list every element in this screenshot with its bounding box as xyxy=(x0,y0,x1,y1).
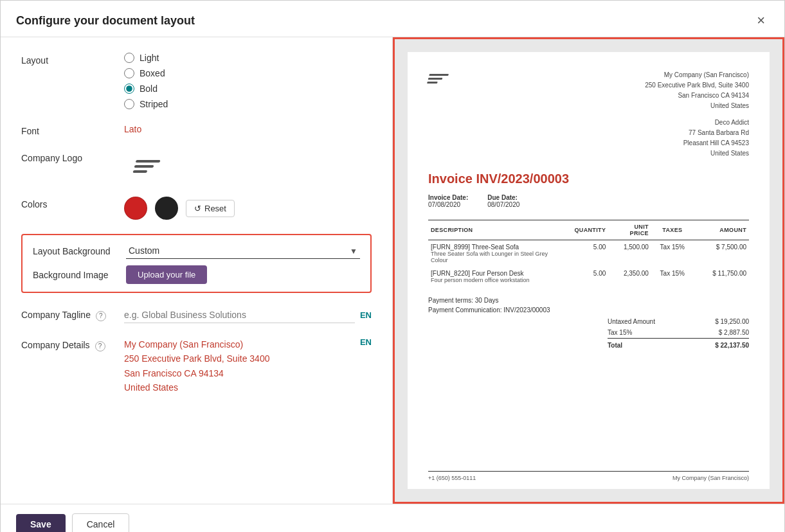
item-1-amount: $ 7,500.00 xyxy=(694,240,749,267)
upload-file-button[interactable]: Upload your file xyxy=(126,265,207,284)
close-button[interactable]: × xyxy=(753,12,769,29)
table-row: [FURN_8999] Three-Seat Sofa Three Seater… xyxy=(428,240,749,267)
company-tagline-control: EN xyxy=(124,307,372,323)
layout-row: Layout Light Boxed Bold xyxy=(21,53,372,109)
company-details-help-icon[interactable]: ? xyxy=(95,341,105,351)
item-1-price: 1,500.00 xyxy=(608,240,651,267)
layout-option-bold-label: Bold xyxy=(140,84,158,94)
company-logo-label: Company Logo xyxy=(21,150,124,163)
company-tagline-input[interactable] xyxy=(124,307,355,323)
invoice-company-info: My Company (San Francisco) 250 Executive… xyxy=(645,70,749,111)
company-details-text[interactable]: My Company (San Francisco) 250 Executive… xyxy=(124,337,355,395)
summary-tax-value: $ 2,887.50 xyxy=(719,329,749,336)
tagline-lang-badge: EN xyxy=(360,310,372,320)
company-details-row: Company Details ? My Company (San Franci… xyxy=(21,337,372,395)
layout-option-striped-label: Striped xyxy=(140,99,168,109)
layout-background-row: Layout Background None Custom Geometric … xyxy=(33,243,360,259)
logo-line-2 xyxy=(134,165,154,168)
item-2-qty: 5.00 xyxy=(557,267,609,287)
company-tagline-help-icon[interactable]: ? xyxy=(96,311,106,321)
payment-terms: Payment terms: 30 Days xyxy=(428,297,749,304)
inv-logo-line-2 xyxy=(428,78,443,80)
background-image-row: Background Image Upload your file xyxy=(33,265,360,284)
summary-tax-row: Tax 15% $ 2,887.50 xyxy=(608,327,749,338)
layout-radio-boxed[interactable] xyxy=(124,68,134,78)
layout-option-boxed-label: Boxed xyxy=(140,68,165,78)
primary-color-swatch[interactable] xyxy=(124,197,147,220)
invoice-company-name: My Company (San Francisco) xyxy=(664,71,749,78)
invoice-to-info: Deco Addict 77 Santa Barbara Rd Pleasant… xyxy=(683,118,749,159)
invoice-title: Invoice INV/2023/00003 xyxy=(428,172,749,186)
invoice-company-country: United States xyxy=(710,102,749,109)
invoice-summary: Untaxed Amount $ 19,250.00 Tax 15% $ 2,8… xyxy=(608,316,749,351)
layout-label: Layout xyxy=(21,53,124,66)
reset-icon: ↺ xyxy=(194,204,201,213)
logo-line-3 xyxy=(132,170,147,173)
table-row: [FURN_8220] Four Person Desk Four person… xyxy=(428,267,749,287)
layout-option-striped[interactable]: Striped xyxy=(124,99,372,109)
invoice-preview: My Company (San Francisco) 250 Executive… xyxy=(408,52,770,489)
layout-radio-striped[interactable] xyxy=(124,99,134,109)
layout-radio-bold[interactable] xyxy=(124,84,134,94)
inv-logo-line-3 xyxy=(427,82,438,84)
invoice-dates: Invoice Date: 07/08/2020 Due Date: 08/07… xyxy=(428,194,749,208)
colors-label: Colors xyxy=(21,197,124,209)
item-2-name: [FURN_8220] Four Person Desk xyxy=(431,270,554,277)
item-2-price: 2,350.00 xyxy=(608,267,651,287)
summary-total-row: Total $ 22,137.50 xyxy=(608,338,749,351)
secondary-color-swatch[interactable] xyxy=(155,197,178,220)
cancel-button[interactable]: Cancel xyxy=(72,513,130,532)
invoice-date-value: 07/08/2020 xyxy=(428,201,460,208)
item-2-amount: $ 11,750.00 xyxy=(694,267,749,287)
col-description: DESCRIPTION xyxy=(428,220,557,240)
font-value: Lato xyxy=(124,121,141,134)
invoice-logo xyxy=(428,70,447,159)
invoice-top: My Company (San Francisco) 250 Executive… xyxy=(428,70,749,159)
colors-controls: ↺ Reset xyxy=(124,197,372,220)
invoice-company-address1: 250 Executive Park Blvd, Suite 3400 xyxy=(645,82,749,89)
layout-option-boxed[interactable]: Boxed xyxy=(124,68,372,78)
item-2-taxes: Tax 15% xyxy=(651,267,694,287)
item-1-qty: 5.00 xyxy=(557,240,609,267)
invoice-date-block: Invoice Date: 07/08/2020 xyxy=(428,194,468,208)
summary-total-label: Total xyxy=(608,342,622,349)
layout-radio-light[interactable] xyxy=(124,53,134,63)
save-button[interactable]: Save xyxy=(16,514,66,532)
invoice-client-address1: 77 Santa Barbara Rd xyxy=(689,129,749,136)
due-date-value: 08/07/2020 xyxy=(487,201,519,208)
layout-option-bold[interactable]: Bold xyxy=(124,84,372,94)
reset-colors-button[interactable]: ↺ Reset xyxy=(186,200,235,217)
company-details-control: My Company (San Francisco) 250 Executive… xyxy=(124,337,372,395)
layout-option-light[interactable]: Light xyxy=(124,53,372,63)
configure-layout-dialog: Configure your document layout × Layout … xyxy=(0,0,785,532)
summary-untaxed-value: $ 19,250.00 xyxy=(715,318,749,325)
footer-phone: +1 (650) 555-0111 xyxy=(428,475,476,481)
item-1-subdesc: Three Seater Sofa with Lounger in Steel … xyxy=(431,251,554,263)
col-unit-price: UNITPRICE xyxy=(608,220,651,240)
details-lang-badge: EN xyxy=(360,337,372,347)
invoice-client-name: Deco Addict xyxy=(715,119,749,126)
item-1-name: [FURN_8999] Three-Seat Sofa xyxy=(431,244,554,251)
font-row: Font Lato xyxy=(21,123,372,136)
logo-icon xyxy=(132,160,160,173)
highlighted-background-section: Layout Background None Custom Geometric … xyxy=(21,234,372,293)
layout-background-label: Layout Background xyxy=(33,246,126,256)
summary-untaxed-label: Untaxed Amount xyxy=(608,318,655,325)
item-1-desc: [FURN_8999] Three-Seat Sofa Three Seater… xyxy=(428,240,557,267)
company-tagline-row: Company Tagline ? EN xyxy=(21,307,372,323)
dialog-footer: Save Cancel xyxy=(1,504,784,532)
summary-untaxed-row: Untaxed Amount $ 19,250.00 xyxy=(608,316,749,327)
col-amount: AMOUNT xyxy=(694,220,749,240)
invoice-table: DESCRIPTION QUANTITY UNITPRICE TAXES AMO… xyxy=(428,220,749,287)
col-quantity: QUANTITY xyxy=(557,220,609,240)
item-1-taxes: Tax 15% xyxy=(651,240,694,267)
layout-background-select-wrapper: None Custom Geometric Wave ▼ xyxy=(126,243,360,259)
company-details-label: Company Details ? xyxy=(21,337,124,351)
company-logo-image[interactable] xyxy=(124,150,169,182)
inv-logo-line-1 xyxy=(429,74,449,76)
company-logo-row: Company Logo xyxy=(21,150,372,182)
background-image-label: Background Image xyxy=(33,270,126,280)
company-tagline-label: Company Tagline ? xyxy=(21,307,124,321)
layout-background-select[interactable]: None Custom Geometric Wave xyxy=(126,243,360,259)
left-panel: Layout Light Boxed Bold xyxy=(1,37,393,504)
